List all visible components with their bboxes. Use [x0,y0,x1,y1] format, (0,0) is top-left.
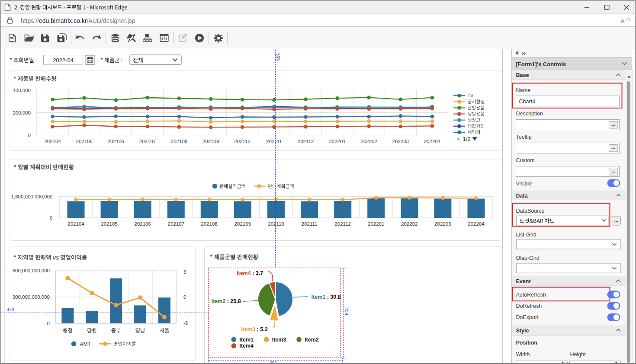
svg-text:DoRefresh: DoRefresh [516,303,542,309]
svg-text:Base: Base [516,72,529,78]
svg-text:Width: Width [516,351,530,358]
svg-text:Item1 : 30.8: Item1 : 30.8 [312,294,341,300]
svg-text:Data: Data [516,193,528,199]
svg-text:Description: Description [516,111,543,117]
svg-text:...: ... [611,168,616,174]
svg-text:Position: Position [516,340,537,346]
svg-text:Name: Name [516,87,530,93]
svg-text:202203: 202203 [392,139,409,144]
svg-text:List-Grid: List-Grid [516,232,536,238]
svg-text:202109: 202109 [234,221,251,227]
svg-text:202110: 202110 [234,139,251,144]
svg-text:600,000,000,000: 600,000,000,000 [13,268,50,273]
svg-text:AutoRefresh: AutoRefresh [516,292,546,298]
svg-text:Item2: Item2 [305,337,319,343]
svg-text:202107: 202107 [139,139,156,144]
svg-text:202108: 202108 [171,139,187,144]
svg-text:Item2 : 25.8: Item2 : 25.8 [212,298,241,304]
svg-text:202106: 202106 [135,221,151,227]
svg-text:0: 0 [47,321,50,326]
svg-text:202105: 202105 [76,139,93,144]
svg-text:Item1: Item1 [239,337,254,343]
svg-text:-3: -3 [183,320,188,326]
svg-text:202111: 202111 [302,221,318,227]
svg-text:0: 0 [50,215,52,220]
svg-text:1/2: 1/2 [463,136,470,142]
svg-text:TV: TV [468,93,474,98]
svg-text:Chart4: Chart4 [519,99,536,105]
svg-text:...: ... [614,217,618,223]
svg-text:400,000: 400,000 [13,88,31,93]
svg-text:202107: 202107 [168,221,184,227]
svg-text:2022-04: 2022-04 [53,57,74,64]
svg-text:200,000: 200,000 [13,110,31,115]
svg-text:1,600,000,000,000: 1,600,000,000,000 [11,194,53,199]
svg-text:202104: 202104 [44,139,61,144]
svg-text:DoExport: DoExport [516,314,539,320]
svg-text:202204: 202204 [468,221,485,227]
svg-text:202108: 202108 [201,221,218,227]
svg-text:A: A [621,18,625,24]
svg-text:[Form1]'s Controls: [Form1]'s Controls [516,61,566,67]
svg-text:0: 0 [28,133,31,138]
svg-text:202202: 202202 [401,221,418,227]
svg-text:300,000,000,000: 300,000,000,000 [13,294,50,300]
svg-text:202110: 202110 [268,221,284,227]
svg-text:...: ... [611,144,616,150]
svg-text:DataSource: DataSource [516,208,545,214]
svg-text:Item4: Item4 [239,343,254,349]
svg-text:Olap-Grid: Olap-Grid [516,255,540,261]
svg-text:Tooltip: Tooltip [516,134,532,140]
svg-text:Event: Event [516,278,531,284]
svg-text:AMT: AMT [80,341,91,347]
svg-text:202105: 202105 [101,221,117,227]
svg-text:Item3: Item3 [272,337,286,343]
svg-text:202201: 202201 [368,221,384,227]
svg-text:202111: 202111 [266,139,282,144]
svg-text:202112: 202112 [298,139,314,144]
svg-text:https://edu.bimatrix.co.kr/AUD: https://edu.bimatrix.co.kr/AUD/designer.… [21,17,135,24]
svg-text:Style: Style [516,328,529,334]
svg-text:202201: 202201 [329,139,345,144]
svg-text:202202: 202202 [361,139,377,144]
svg-text:202204: 202204 [424,139,441,144]
svg-text:Height: Height [570,351,586,358]
svg-text:202106: 202106 [108,139,124,144]
svg-text:202203: 202203 [434,221,451,227]
svg-text:505: 505 [276,53,281,61]
svg-text:Visible: Visible [516,181,532,187]
svg-text:473: 473 [7,307,15,312]
svg-text:Item4 : 3.7: Item4 : 3.7 [237,270,263,276]
svg-text:202109: 202109 [202,139,219,144]
svg-text:Custom: Custom [516,157,535,163]
svg-text:Item3 : 5.2: Item3 : 5.2 [241,326,268,332]
svg-text:202104: 202104 [67,221,84,227]
svg-text:208: 208 [344,307,349,315]
svg-text:0: 0 [183,294,186,300]
svg-text:202112: 202112 [334,221,351,227]
svg-text:3: 3 [183,269,186,275]
svg-text:...: ... [611,121,616,127]
